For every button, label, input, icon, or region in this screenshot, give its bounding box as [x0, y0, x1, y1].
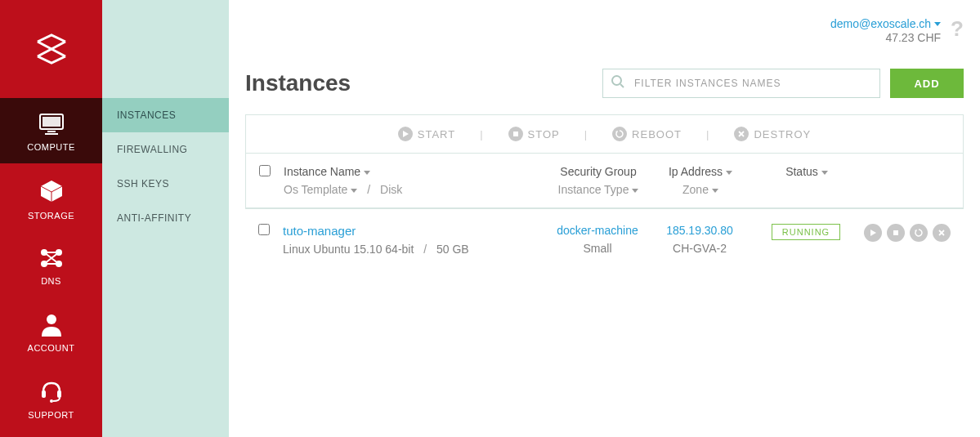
destroy-icon — [734, 127, 749, 141]
svg-rect-3 — [43, 117, 60, 127]
instance-type: Small — [544, 242, 651, 255]
col-ip-address[interactable]: Ip Address — [651, 165, 750, 178]
brand-logo[interactable] — [0, 0, 102, 98]
filter-input[interactable] — [602, 69, 880, 98]
security-group-link[interactable]: docker-machine — [544, 224, 651, 237]
box-icon — [38, 178, 65, 204]
status-badge: RUNNING — [772, 224, 840, 240]
instance-os-disk: Linux Ubuntu 15.10 64-bit / 50 GB — [283, 243, 544, 256]
reboot-icon — [612, 127, 627, 141]
table-header: Instance Name Os Template / Disk Securit… — [246, 154, 963, 208]
bulk-reboot[interactable]: REBOOT — [612, 127, 682, 141]
subnav-sshkeys[interactable]: SSH KEYS — [102, 167, 229, 201]
header-controls: ADD — [602, 69, 964, 98]
play-icon — [398, 127, 413, 141]
svg-rect-11 — [42, 390, 46, 398]
nav-label: DNS — [41, 276, 61, 286]
select-all-checkbox[interactable] — [259, 165, 271, 176]
main-content: demo@exoscale.ch 47.23 CHF ? Instances A… — [229, 0, 980, 437]
col-instance-type[interactable]: Instance Type — [545, 183, 651, 196]
nav-label: STORAGE — [28, 211, 74, 221]
nav-label: ACCOUNT — [28, 343, 75, 353]
row-actions — [863, 224, 951, 242]
chevron-down-icon — [712, 189, 718, 193]
page-header: Instances ADD — [245, 69, 964, 98]
chevron-down-icon — [632, 189, 638, 193]
bulk-destroy[interactable]: DESTROY — [734, 127, 811, 141]
row-reboot-button[interactable] — [910, 224, 928, 242]
bulk-actions: START | STOP | REBOOT | DESTROY — [246, 115, 963, 154]
search-icon — [611, 74, 625, 92]
bulk-label: REBOOT — [632, 128, 682, 140]
row-stop-button[interactable] — [887, 224, 905, 242]
col-os-template[interactable]: Os Template — [284, 183, 357, 196]
instance-name-link[interactable]: tuto-manager — [283, 224, 544, 238]
separator: | — [480, 128, 483, 140]
nav-support[interactable]: SUPPORT — [0, 364, 102, 431]
bulk-label: DESTROY — [754, 128, 811, 140]
col-security-group: Security Group — [545, 165, 651, 178]
chevron-down-icon — [726, 171, 732, 175]
chevron-down-icon — [351, 189, 357, 193]
separator: / — [367, 183, 370, 196]
subnav-firewalling[interactable]: FIREWALLING — [102, 132, 229, 167]
instance-zone: CH-GVA-2 — [651, 242, 749, 255]
svg-point-10 — [47, 314, 56, 324]
user-menu[interactable]: demo@exoscale.ch — [830, 16, 941, 31]
nav-dns[interactable]: DNS — [0, 232, 102, 297]
svg-rect-5 — [45, 133, 58, 135]
col-disk: Disk — [380, 183, 402, 196]
monitor-icon — [38, 113, 65, 136]
add-button[interactable]: ADD — [890, 69, 964, 98]
svg-point-14 — [612, 76, 621, 85]
svg-point-13 — [50, 399, 53, 403]
col-instance-name[interactable]: Instance Name — [284, 165, 545, 178]
user-icon — [40, 312, 63, 337]
chevron-down-icon — [364, 171, 370, 175]
instances-panel: START | STOP | REBOOT | DESTROY Instance… — [245, 114, 964, 209]
user-email: demo@exoscale.ch — [830, 17, 931, 30]
exoscale-logo-icon — [33, 30, 70, 68]
page-title: Instances — [245, 70, 351, 96]
nav-account[interactable]: ACCOUNT — [0, 297, 102, 364]
svg-rect-17 — [513, 132, 518, 136]
row-checkbox[interactable] — [258, 224, 270, 235]
headset-icon — [39, 379, 64, 404]
row-start-button[interactable] — [864, 224, 882, 242]
bulk-stop[interactable]: STOP — [508, 127, 560, 141]
user-block: demo@exoscale.ch 47.23 CHF — [830, 16, 941, 44]
subnav-instances[interactable]: INSTANCES — [102, 98, 229, 132]
bulk-label: START — [418, 128, 455, 140]
separator: | — [584, 128, 588, 140]
table-row: tuto-manager Linux Ubuntu 15.10 64-bit /… — [245, 209, 964, 270]
subnav-antiaffinity[interactable]: ANTI-AFFINITY — [102, 201, 229, 235]
separator: | — [706, 128, 709, 140]
chevron-down-icon — [934, 22, 941, 26]
svg-rect-22 — [893, 230, 898, 235]
row-destroy-button[interactable] — [933, 224, 951, 242]
sub-nav: INSTANCES FIREWALLING SSH KEYS ANTI-AFFI… — [102, 0, 229, 437]
ip-address-link[interactable]: 185.19.30.80 — [651, 224, 749, 237]
svg-marker-16 — [403, 131, 409, 137]
svg-rect-4 — [47, 131, 56, 132]
nav-storage[interactable]: STORAGE — [0, 163, 102, 232]
nav-label: SUPPORT — [28, 410, 74, 420]
nav-label: COMPUTE — [27, 142, 75, 152]
stop-icon — [508, 127, 523, 141]
chevron-down-icon — [821, 171, 828, 175]
separator: / — [423, 243, 427, 256]
col-status[interactable]: Status — [750, 165, 864, 178]
filter-wrap — [602, 69, 880, 98]
account-balance: 47.23 CHF — [830, 31, 941, 44]
svg-marker-21 — [870, 230, 876, 236]
topbar: demo@exoscale.ch 47.23 CHF ? — [245, 16, 964, 44]
col-zone[interactable]: Zone — [651, 183, 750, 196]
bulk-start[interactable]: START — [398, 127, 455, 141]
network-icon — [38, 247, 65, 270]
help-icon[interactable]: ? — [951, 16, 964, 42]
bulk-label: STOP — [528, 128, 560, 140]
main-nav: COMPUTE STORAGE DNS ACCOUNT SUPPORT — [0, 0, 102, 437]
svg-line-15 — [620, 84, 624, 87]
nav-compute[interactable]: COMPUTE — [0, 98, 102, 163]
svg-rect-12 — [57, 390, 61, 398]
